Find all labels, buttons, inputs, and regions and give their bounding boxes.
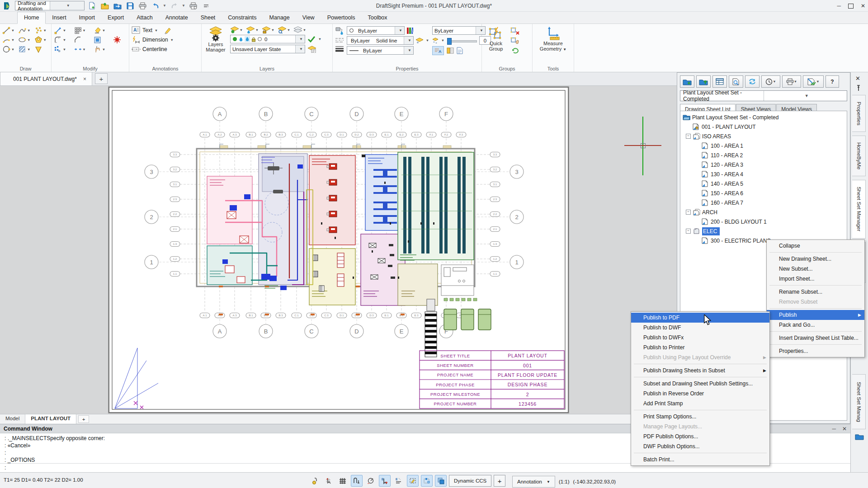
centerline-tool-label[interactable]: Centerline — [142, 46, 167, 52]
polar-toggle-icon[interactable] — [365, 475, 377, 487]
tab-constraints[interactable]: Constraints — [222, 12, 263, 23]
group-toggle-icon[interactable] — [510, 47, 520, 54]
layer-states-icon[interactable] — [293, 26, 302, 33]
ellipse-tool-icon[interactable] — [18, 36, 27, 44]
grid-display-toggle-icon[interactable] — [337, 475, 349, 487]
converge-caret-icon[interactable]: ▼ — [82, 47, 86, 52]
side-tab-homebyme[interactable]: HomeByMe — [852, 136, 866, 176]
measure-geometry-button[interactable]: MeasureGeometry ▼ — [535, 25, 571, 52]
ssm-help-button[interactable]: ? — [826, 75, 839, 88]
transparency-toggle-icon[interactable] — [435, 475, 447, 487]
layers-manager-button[interactable]: LayersManager — [204, 26, 227, 53]
tab-manage[interactable]: Manage — [263, 12, 296, 23]
tree-item-130-area-4[interactable]: 130 - AREA 4 — [680, 169, 847, 179]
cone-tool-icon[interactable] — [34, 45, 43, 54]
import-folder-icon[interactable] — [112, 1, 123, 10]
ortho-toggle-icon[interactable] — [351, 475, 363, 487]
fillet-tool-icon[interactable] — [54, 36, 62, 44]
menu-item-publish[interactable]: Publish▶ — [767, 310, 864, 320]
tree-item-110-area-2[interactable]: 110 - AREA 2 — [680, 150, 847, 160]
close-button[interactable]: ✕ — [861, 3, 865, 9]
line-color-dropdown[interactable]: ByLayer ▼ — [347, 26, 405, 35]
tree-item-elec[interactable]: − ELEC — [680, 226, 847, 236]
quick-group-button[interactable]: QuickGroup — [484, 26, 508, 54]
palette-folder-icon[interactable] — [855, 433, 864, 441]
erase-caret-icon[interactable]: ▼ — [102, 28, 106, 33]
text-tool-label[interactable]: Text — [142, 27, 152, 33]
sheet-list-table-button[interactable] — [712, 75, 727, 88]
tab-sheet[interactable]: Sheet — [194, 12, 222, 23]
menu-item-new-subset[interactable]: New Subset... — [767, 264, 864, 274]
fillet-caret-icon[interactable]: ▼ — [62, 38, 66, 42]
snap-toggle-icon[interactable] — [309, 475, 321, 487]
add-layout-button[interactable]: + — [78, 415, 89, 423]
etrack-toggle-icon[interactable]: E — [393, 475, 405, 487]
preview-button[interactable] — [729, 75, 743, 88]
new-document-tab-button[interactable]: + — [95, 73, 108, 84]
tab-plant-layout[interactable]: PLANT LAYOUT — [25, 414, 76, 424]
edit-group-icon[interactable] — [510, 37, 520, 45]
chamfer-tool-icon[interactable] — [74, 36, 82, 44]
annotation-scale-dropdown[interactable]: Annotation▼ — [512, 476, 555, 488]
layer-states-caret[interactable]: ▼ — [302, 28, 307, 32]
panel-close-icon[interactable]: ✕ — [855, 75, 860, 82]
undo-icon[interactable] — [150, 1, 160, 10]
menu-item-print-stamp-options[interactable]: Print Stamp Options... — [631, 412, 769, 422]
polygon-caret-icon[interactable]: ▼ — [43, 38, 47, 42]
publish-button[interactable]: ▼ — [803, 75, 824, 88]
document-tab[interactable]: 001 PLANT LAYOUT.dwg* × — [0, 72, 92, 85]
menu-item-publish-reverse-order[interactable]: Publish in Reverse Order — [631, 389, 769, 399]
layer-lock-icon[interactable] — [262, 26, 271, 33]
hatch-tool-icon[interactable] — [18, 45, 27, 54]
tab-powertools[interactable]: Powertools — [321, 12, 362, 23]
tab-home[interactable]: Home — [17, 12, 46, 24]
stretch-tool-icon[interactable] — [54, 45, 62, 54]
menu-item-properties[interactable]: Properties... — [767, 346, 864, 356]
layer-display-dropdown[interactable]: 0 ▼ — [230, 35, 305, 43]
redo-icon[interactable] — [169, 1, 179, 10]
polyline-caret-icon[interactable]: ▼ — [27, 28, 31, 33]
menu-item-publish-to-dwf[interactable]: Publish to DWF — [631, 323, 769, 333]
text-tool-icon[interactable]: A — [132, 26, 141, 34]
layer-lock-caret[interactable]: ▼ — [271, 28, 275, 32]
document-tab-close-icon[interactable]: × — [83, 76, 86, 82]
layer-preview-icon[interactable] — [278, 26, 287, 33]
layer-confirm-caret[interactable]: ▼ — [318, 37, 322, 41]
pattern-tool-icon[interactable] — [74, 26, 82, 35]
customize-toolbar-icon[interactable] — [201, 1, 211, 10]
tab-annotate[interactable]: Annotate — [159, 12, 194, 23]
tree-item-iso-areas[interactable]: − ISO AREAS — [680, 131, 847, 141]
properties-doc-icon[interactable] — [457, 47, 463, 54]
linestyle-sample-icon[interactable] — [335, 37, 344, 43]
collapse-box-icon[interactable]: − — [686, 229, 691, 234]
restore-button[interactable] — [848, 4, 854, 9]
tree-item-140-area-5[interactable]: 140 - AREA 5 — [680, 179, 847, 188]
tab-export[interactable]: Export — [101, 12, 130, 23]
stretch-caret-icon[interactable]: ▼ — [62, 47, 66, 52]
polyline-tool-icon[interactable] — [18, 26, 27, 35]
entity-frame-toggle-icon[interactable] — [421, 475, 433, 487]
tree-item-root[interactable]: Plant Layout Sheet Set - Completed — [680, 113, 847, 122]
polygon-tool-icon[interactable] — [34, 36, 43, 44]
save-icon[interactable] — [125, 1, 135, 10]
color-bars-icon[interactable] — [406, 27, 414, 34]
tree-item-001-plant-layout[interactable]: 001 - PLANT LAYOUT — [680, 122, 847, 131]
tree-item-150-area-6[interactable]: 150 - AREA 6 — [680, 188, 847, 198]
menu-item-import-sheet[interactable]: Import Sheet... — [767, 274, 864, 284]
tree-item-arch[interactable]: − ARCH — [680, 207, 847, 217]
batch-print-icon[interactable] — [188, 1, 198, 10]
linestyle-layer-caret[interactable]: ▼ — [425, 38, 429, 42]
region-tool-icon[interactable] — [93, 36, 102, 44]
open-sheet-set-button[interactable] — [696, 75, 711, 88]
open-file-icon[interactable] — [99, 1, 110, 10]
esnap-toggle-icon[interactable]: E — [379, 475, 391, 487]
tab-insert[interactable]: Insert — [46, 12, 72, 23]
print-sheet-button[interactable]: ▼ — [782, 75, 801, 88]
panel-pin-icon[interactable] — [856, 85, 861, 93]
grid-snap-toggle-icon[interactable] — [323, 475, 335, 487]
menu-item-publish-to-pdf[interactable]: Publish to PDF — [631, 313, 769, 323]
erase-tool-icon[interactable] — [93, 26, 102, 35]
layer-freeze-icon[interactable] — [246, 26, 255, 33]
annotation-monitor-icon[interactable]: A — [432, 46, 444, 55]
collapse-box-icon[interactable]: − — [686, 210, 691, 215]
